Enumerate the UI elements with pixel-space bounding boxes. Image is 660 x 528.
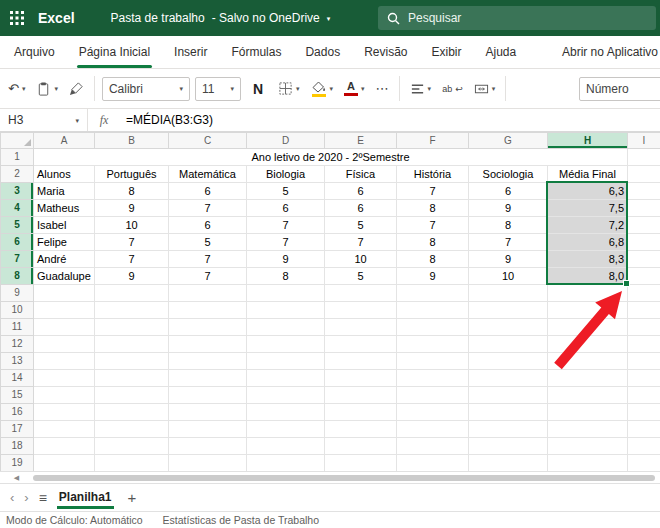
row-header-6[interactable]: 6 [1, 234, 34, 251]
font-size-select[interactable]: 11 ▾ [195, 77, 241, 101]
cell-D10[interactable] [247, 302, 325, 319]
cell-I2[interactable] [628, 166, 660, 183]
cell-A12[interactable] [34, 336, 95, 353]
cell-F10[interactable] [397, 302, 469, 319]
col-header-I[interactable]: I [628, 133, 660, 149]
cell-F8[interactable]: 9 [397, 268, 469, 285]
row-header-18[interactable]: 18 [1, 438, 34, 455]
cell-B4[interactable]: 9 [95, 200, 169, 217]
cell-B12[interactable] [95, 336, 169, 353]
row-header-15[interactable]: 15 [1, 387, 34, 404]
cell-F3[interactable]: 7 [397, 183, 469, 200]
cell-G5[interactable]: 8 [469, 217, 548, 234]
cell-D13[interactable] [247, 353, 325, 370]
document-name[interactable]: Pasta de trabalho [111, 11, 205, 25]
cell-I17[interactable] [628, 421, 660, 438]
fill-color-button[interactable]: ▾ [308, 78, 337, 100]
row-header-13[interactable]: 13 [1, 353, 34, 370]
fill-handle[interactable] [623, 280, 630, 287]
cell-A10[interactable] [34, 302, 95, 319]
previous-sheet-button[interactable]: ‹ [10, 490, 14, 505]
cell-I14[interactable] [628, 370, 660, 387]
cell-H4[interactable]: 7,5 [548, 200, 628, 217]
cell-B16[interactable] [95, 404, 169, 421]
row-header-17[interactable]: 17 [1, 421, 34, 438]
cell-A1[interactable]: Ano letivo de 2020 - 2ºSemestre [34, 149, 628, 166]
menu-arquivo[interactable]: Arquivo [14, 36, 55, 68]
col-header-B[interactable]: B [95, 133, 169, 149]
menu-exibir[interactable]: Exibir [431, 36, 461, 68]
col-header-G[interactable]: G [469, 133, 548, 149]
cell-C19[interactable] [169, 455, 247, 472]
cell-B9[interactable] [95, 285, 169, 302]
cell-B6[interactable]: 7 [95, 234, 169, 251]
cell-G7[interactable]: 9 [469, 251, 548, 268]
search-input[interactable] [408, 11, 647, 25]
cell-H13[interactable] [548, 353, 628, 370]
row-header-12[interactable]: 12 [1, 336, 34, 353]
cell-G4[interactable]: 9 [469, 200, 548, 217]
app-launcher-button[interactable] [0, 0, 34, 36]
cell-G18[interactable] [469, 438, 548, 455]
cell-A14[interactable] [34, 370, 95, 387]
cell-D5[interactable]: 7 [247, 217, 325, 234]
row-header-7[interactable]: 7 [1, 251, 34, 268]
cell-E3[interactable]: 6 [325, 183, 397, 200]
cell-D17[interactable] [247, 421, 325, 438]
workbook-stats-button[interactable]: Estatísticas de Pasta de Trabalho [163, 514, 319, 526]
wrap-text-button[interactable]: ab ↩ [439, 81, 466, 97]
cell-I3[interactable] [628, 183, 660, 200]
select-all-corner[interactable] [1, 133, 34, 149]
row-header-5[interactable]: 5 [1, 217, 34, 234]
cell-B13[interactable] [95, 353, 169, 370]
horizontal-scrollbar[interactable]: ◀ [0, 471, 660, 483]
cell-I16[interactable] [628, 404, 660, 421]
row-header-19[interactable]: 19 [1, 455, 34, 472]
cell-C4[interactable]: 7 [169, 200, 247, 217]
cell-B19[interactable] [95, 455, 169, 472]
fx-button[interactable]: fx [88, 109, 120, 131]
cell-F15[interactable] [397, 387, 469, 404]
app-name[interactable]: Excel [38, 10, 75, 26]
borders-button[interactable]: ▾ [275, 78, 303, 99]
cell-E6[interactable]: 7 [325, 234, 397, 251]
cell-C2[interactable]: Matemática [169, 166, 247, 183]
scroll-left-button[interactable]: ◀ [0, 474, 33, 482]
cell-F9[interactable] [397, 285, 469, 302]
cell-G14[interactable] [469, 370, 548, 387]
cell-H11[interactable] [548, 319, 628, 336]
cell-G12[interactable] [469, 336, 548, 353]
cell-D7[interactable]: 9 [247, 251, 325, 268]
cell-G2[interactable]: Sociologia [469, 166, 548, 183]
cell-C3[interactable]: 6 [169, 183, 247, 200]
col-header-D[interactable]: D [247, 133, 325, 149]
col-header-A[interactable]: A [34, 133, 95, 149]
cell-F7[interactable]: 8 [397, 251, 469, 268]
cell-E2[interactable]: Física [325, 166, 397, 183]
cell-F5[interactable]: 7 [397, 217, 469, 234]
cell-A17[interactable] [34, 421, 95, 438]
cell-D15[interactable] [247, 387, 325, 404]
cell-A2[interactable]: Alunos [34, 166, 95, 183]
cell-C15[interactable] [169, 387, 247, 404]
cell-D4[interactable]: 6 [247, 200, 325, 217]
search-box[interactable] [378, 6, 656, 30]
cell-E16[interactable] [325, 404, 397, 421]
menu-ajuda[interactable]: Ajuda [486, 36, 517, 68]
row-header-11[interactable]: 11 [1, 319, 34, 336]
cell-H8[interactable]: 8,0 [548, 268, 628, 285]
cell-F19[interactable] [397, 455, 469, 472]
cell-D9[interactable] [247, 285, 325, 302]
cell-G13[interactable] [469, 353, 548, 370]
row-header-9[interactable]: 9 [1, 285, 34, 302]
col-header-C[interactable]: C [169, 133, 247, 149]
row-header-4[interactable]: 4 [1, 200, 34, 217]
cell-G9[interactable] [469, 285, 548, 302]
col-header-H[interactable]: H [548, 133, 628, 149]
menu-inserir[interactable]: Inserir [174, 36, 207, 68]
cell-A7[interactable]: André [34, 251, 95, 268]
cell-I13[interactable] [628, 353, 660, 370]
cell-A3[interactable]: Maria [34, 183, 95, 200]
cell-H18[interactable] [548, 438, 628, 455]
cell-C8[interactable]: 7 [169, 268, 247, 285]
